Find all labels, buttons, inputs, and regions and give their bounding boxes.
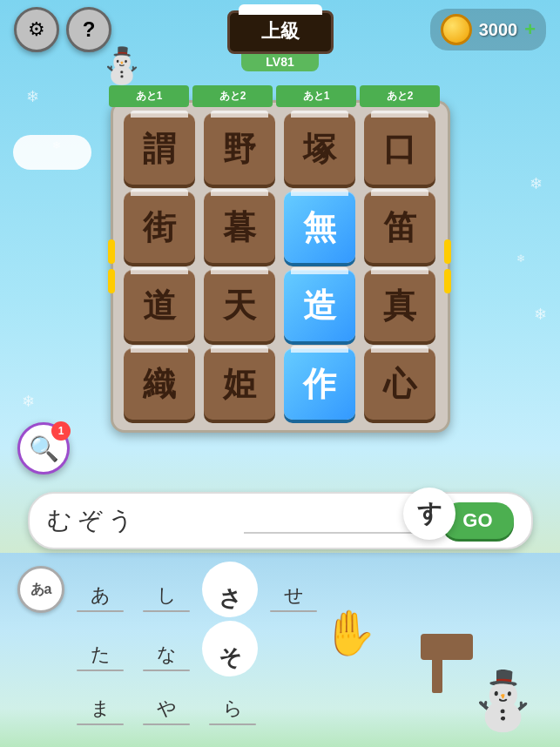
coin-count: 3000 xyxy=(479,20,518,40)
kana-wa[interactable]: わ xyxy=(136,729,197,747)
title-area: 上級 LV81 xyxy=(227,7,334,71)
gear-icon: ⚙ xyxy=(28,18,45,41)
snowflake-decor-3: ❄ xyxy=(22,392,35,411)
tile-0[interactable]: 謂 xyxy=(124,113,195,185)
col-indicator-3: あと1 xyxy=(276,85,356,107)
keyboard-row-4: 大⇔小 わ xyxy=(17,729,543,747)
kana-a[interactable]: あ xyxy=(70,567,131,612)
answer-area: むぞう GO xyxy=(28,492,533,549)
coin-plus-button[interactable]: + xyxy=(524,18,536,41)
level-display: LV81 xyxy=(266,55,293,69)
hint-badge: 1 xyxy=(51,421,71,441)
snowflake-decor-2: ❄ xyxy=(530,174,543,193)
game-grid: 謂 野 塚 口 街 暮 無 笛 道 天 造 真 織 姫 作 心 xyxy=(124,113,437,420)
sign-post-board xyxy=(421,634,473,660)
kana-se[interactable]: せ xyxy=(263,567,324,612)
header-left: ⚙ ? xyxy=(14,7,111,52)
tile-6[interactable]: 無 xyxy=(284,192,355,263)
tile-7[interactable]: 笛 xyxy=(364,192,435,263)
col-indicator-2: あと2 xyxy=(192,85,273,107)
tile-11[interactable]: 真 xyxy=(364,270,435,341)
kana-ra[interactable]: ら xyxy=(202,680,263,725)
tile-5[interactable]: 暮 xyxy=(204,192,275,263)
game-title: 上級 xyxy=(261,20,300,42)
kana-sa[interactable]: さ xyxy=(202,562,258,617)
keyboard-row-1: あa あ し さ せ xyxy=(17,562,543,617)
kana-ma[interactable]: ま xyxy=(70,680,131,725)
keyboard-row-3: ま や ら xyxy=(17,680,543,725)
snowflake-decor-6: ❄ xyxy=(516,252,525,265)
kana-ta[interactable]: た xyxy=(70,626,131,671)
column-indicators: あと1 あと2 あと1 あと2 xyxy=(109,85,440,107)
col-indicator-4: あと2 xyxy=(360,85,440,107)
floating-kana-su[interactable]: す xyxy=(403,488,455,540)
coin-icon xyxy=(441,14,472,45)
left-indicator xyxy=(108,239,117,293)
snowman-top: ⛄ xyxy=(100,45,144,86)
answer-text: むぞう xyxy=(47,504,238,537)
answer-bar: むぞう GO xyxy=(28,492,533,549)
hint-button[interactable]: 🔍 1 xyxy=(17,422,70,474)
tile-3[interactable]: 口 xyxy=(364,113,435,185)
tile-4[interactable]: 街 xyxy=(124,192,195,263)
snowflake-decor-4: ❄ xyxy=(534,305,547,324)
tile-12[interactable]: 織 xyxy=(124,348,195,420)
tile-13[interactable]: 姫 xyxy=(204,348,275,420)
tile-9[interactable]: 天 xyxy=(204,270,275,341)
coin-display: 3000 + xyxy=(430,9,546,50)
settings-button[interactable]: ⚙ xyxy=(14,7,59,52)
kana-size-toggle[interactable]: 大⇔小 xyxy=(70,729,131,747)
help-icon: ? xyxy=(83,17,96,42)
cursor-hand: 🤚 xyxy=(322,608,376,658)
tile-8[interactable]: 道 xyxy=(124,270,195,341)
kana-shi[interactable]: し xyxy=(136,567,197,612)
kana-so[interactable]: そ xyxy=(202,621,258,676)
snowflake-decor-1: ❄ xyxy=(26,87,39,106)
tile-14[interactable]: 作 xyxy=(284,348,355,420)
tile-1[interactable]: 野 xyxy=(204,113,275,185)
tile-2[interactable]: 塚 xyxy=(284,113,355,185)
snowman-bottom-right: ⛄ xyxy=(468,668,538,734)
kana-na[interactable]: な xyxy=(136,626,197,671)
col-indicator-1: あと1 xyxy=(109,85,189,107)
kana-ya[interactable]: や xyxy=(136,680,197,725)
right-indicator xyxy=(444,239,453,293)
header: ⚙ ? 上級 LV81 3000 + xyxy=(0,7,560,52)
tile-15[interactable]: 心 xyxy=(364,348,435,420)
game-area: 謂 野 塚 口 街 暮 無 笛 道 天 造 真 織 姫 作 心 xyxy=(111,100,450,433)
tile-10[interactable]: 造 xyxy=(284,270,355,341)
cloud-left xyxy=(13,135,91,170)
kana-toggle-button[interactable]: あa xyxy=(17,566,64,613)
